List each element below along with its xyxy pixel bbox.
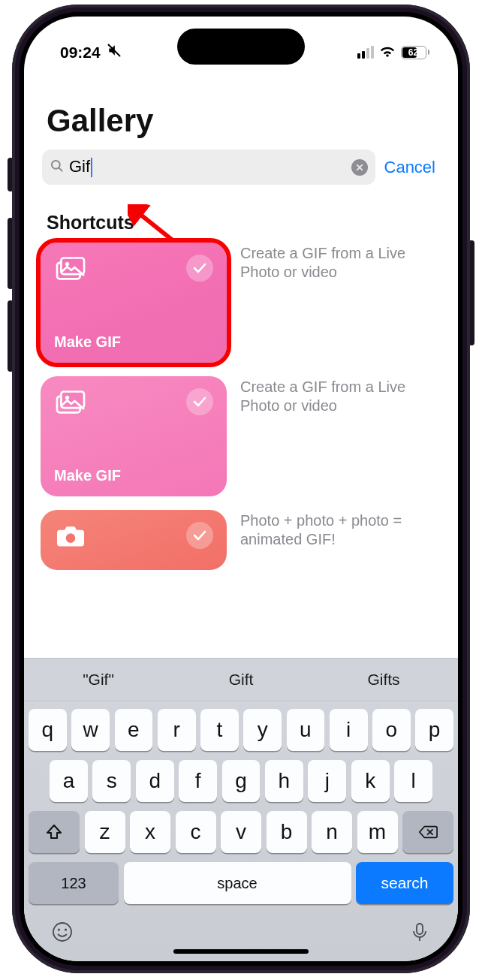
search-key[interactable]: search: [356, 862, 453, 904]
shortcut-result: Make GIF Create a GIF from a Live Photo …: [41, 243, 441, 363]
key-o[interactable]: o: [372, 709, 411, 751]
search-icon: [50, 158, 65, 176]
camera-icon: [54, 522, 87, 552]
added-check-icon: [186, 522, 213, 549]
shortcut-card-make-gif[interactable]: Make GIF: [41, 376, 227, 496]
silent-icon: [107, 43, 122, 62]
key-u[interactable]: u: [287, 709, 325, 751]
key-z[interactable]: z: [85, 811, 125, 853]
prediction[interactable]: Gift: [170, 671, 312, 689]
key-r[interactable]: r: [158, 709, 196, 751]
shortcut-desc: Photo + photo + photo = animated GIF!: [240, 510, 441, 549]
key-c[interactable]: c: [176, 811, 216, 853]
key-e[interactable]: e: [115, 709, 153, 751]
emoji-key[interactable]: [51, 921, 74, 946]
added-check-icon: [186, 255, 213, 282]
search-value: Gif: [69, 157, 90, 176]
battery-percent: 62: [408, 47, 418, 58]
dynamic-island: [177, 29, 305, 65]
svg-point-15: [53, 923, 71, 941]
svg-point-17: [65, 928, 67, 930]
photo-stack-icon: [54, 255, 87, 285]
shortcut-desc: Create a GIF from a Live Photo or video: [240, 376, 441, 415]
cancel-button[interactable]: Cancel: [384, 158, 440, 177]
clear-search-button[interactable]: [351, 159, 368, 176]
svg-rect-18: [417, 924, 423, 934]
key-p[interactable]: p: [415, 709, 453, 751]
key-a[interactable]: a: [50, 760, 88, 802]
svg-line-2: [59, 167, 62, 170]
text-caret: [91, 158, 92, 177]
shortcut-desc: Create a GIF from a Live Photo or video: [240, 243, 441, 282]
key-x[interactable]: x: [130, 811, 170, 853]
predictive-bar: "Gif" Gift Gifts: [24, 658, 458, 701]
prediction[interactable]: Gifts: [312, 671, 455, 689]
search-input[interactable]: Gif: [42, 149, 375, 185]
backspace-key[interactable]: [402, 811, 453, 853]
dictation-key[interactable]: [408, 921, 431, 946]
status-time: 09:24: [60, 44, 101, 62]
key-k[interactable]: k: [351, 760, 390, 802]
cellular-icon: [357, 46, 374, 59]
key-f[interactable]: f: [179, 760, 217, 802]
key-v[interactable]: v: [221, 811, 261, 853]
key-i[interactable]: i: [330, 709, 368, 751]
numbers-key[interactable]: 123: [29, 862, 119, 904]
key-m[interactable]: m: [357, 811, 398, 853]
page-title: Gallery: [24, 73, 458, 149]
shortcut-card-title: Make GIF: [54, 333, 213, 351]
shortcut-card-make-gif[interactable]: Make GIF: [41, 243, 227, 363]
battery-icon: 62: [401, 46, 430, 59]
shortcut-result: Photo + photo + photo = animated GIF!: [41, 510, 441, 570]
shift-key[interactable]: [29, 811, 80, 853]
key-h[interactable]: h: [265, 760, 303, 802]
key-q[interactable]: q: [29, 709, 67, 751]
svg-point-12: [66, 533, 76, 543]
space-key[interactable]: space: [124, 862, 351, 904]
section-title: Shortcuts: [24, 185, 458, 243]
key-b[interactable]: b: [267, 811, 307, 853]
added-check-icon: [186, 388, 213, 415]
keyboard: q w e r t y u i o p a: [24, 701, 458, 961]
svg-point-16: [58, 928, 60, 930]
home-indicator[interactable]: [173, 949, 309, 954]
photo-stack-icon: [54, 388, 87, 418]
key-n[interactable]: n: [312, 811, 352, 853]
key-d[interactable]: d: [136, 760, 174, 802]
key-g[interactable]: g: [222, 760, 261, 802]
key-w[interactable]: w: [71, 709, 110, 751]
key-y[interactable]: y: [243, 709, 282, 751]
shortcut-card-animate-photos[interactable]: [41, 510, 227, 570]
shortcut-card-title: Make GIF: [54, 467, 213, 484]
phone-frame: 09:24: [12, 5, 470, 973]
key-s[interactable]: s: [92, 760, 131, 802]
key-t[interactable]: t: [200, 709, 239, 751]
key-j[interactable]: j: [308, 760, 346, 802]
prediction[interactable]: "Gif": [27, 671, 170, 689]
key-l[interactable]: l: [394, 760, 432, 802]
shortcut-result: Make GIF Create a GIF from a Live Photo …: [41, 376, 441, 496]
wifi-icon: [379, 44, 396, 62]
